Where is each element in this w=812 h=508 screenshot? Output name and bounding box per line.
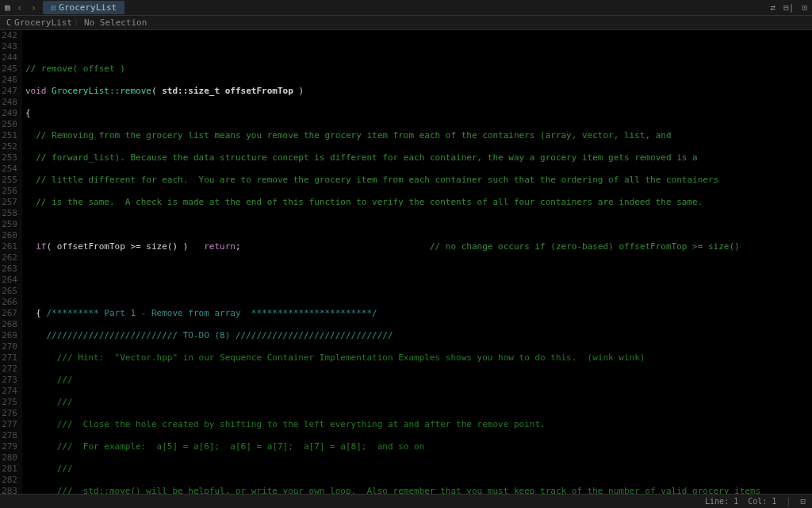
sidebar-toggle-icon[interactable]: ▦ [5,2,10,13]
line-number: 246 [0,75,17,86]
line-number: 270 [0,341,17,352]
line-number: 275 [0,397,17,408]
breadcrumb-selection: No Selection [84,17,147,28]
panel-icon[interactable]: ⊡ [800,496,806,506]
line-gutter: 2422432442452462472482492502512522532542… [0,30,22,494]
code-line [25,264,812,275]
line-number: 276 [0,408,17,419]
line-number: 264 [0,275,17,286]
code-line: /// Hint: "Vector.hpp" in our Sequence C… [25,352,812,364]
line-number: 251 [0,130,17,141]
code-line: /// [25,375,812,386]
line-number: 260 [0,230,17,241]
line-number: 258 [0,208,17,219]
line-number: 256 [0,186,17,197]
breadcrumb-file: GroceryList [14,17,72,28]
nav-forward-icon[interactable]: › [29,2,38,13]
code-line: // remove( offset ) [25,64,812,75]
swap-icon[interactable]: ⇄ [771,2,776,13]
line-number: 247 [0,86,17,97]
line-number: 242 [0,30,17,41]
line-number: 257 [0,197,17,208]
code-line [25,41,812,52]
code-line: /// For example: a[5] = a[6]; a[6] = a[7… [25,441,812,452]
line-number: 266 [0,297,17,308]
editor-area: 2422432442452462472482492502512522532542… [0,30,812,494]
line-number: 282 [0,475,17,486]
top-toolbar: ▦ ‹ › GroceryList ⇄ ⊟| ⊡ [0,0,812,16]
tab-label: GroceryList [59,2,117,13]
line-number: 267 [0,308,17,319]
status-col: Col: 1 [748,497,776,506]
line-number: 252 [0,141,17,152]
code-line: /// [25,397,812,408]
code-line: { [25,108,812,119]
status-bar: Line: 1 Col: 1 | ⊡ [0,494,812,508]
line-number: 249 [0,108,17,119]
breadcrumb[interactable]: C GroceryList 〉 No Selection [0,16,812,30]
line-number: 271 [0,352,17,364]
code-line: // Removing from the grocery list means … [25,130,812,141]
line-number: 261 [0,241,17,252]
status-divider: | [786,497,791,506]
line-number: 243 [0,41,17,52]
code-line: /// Close the hole created by shifting t… [25,419,812,430]
line-number: 279 [0,441,17,452]
code-line: // forward_list). Because the data struc… [25,152,812,164]
code-line: void GroceryList::remove( std::size_t of… [25,86,812,97]
line-number: 253 [0,152,17,164]
code-line: ///////////////////////// TO-DO (8) ////… [25,330,812,341]
status-line: Line: 1 [705,497,738,506]
code-line: { /********* Part 1 - Remove from array … [25,308,812,319]
line-number: 273 [0,375,17,386]
file-icon: C [6,18,11,27]
line-number: 281 [0,464,17,475]
code-line: /// [25,464,812,475]
line-number: 248 [0,97,17,108]
line-number: 283 [0,486,17,494]
assistant-icon[interactable]: ⊟| [783,2,794,13]
code-line [25,219,812,230]
code-line: /// std::move() will be helpful, or writ… [25,486,812,494]
line-number: 265 [0,286,17,297]
code-line: if( offsetFromTop >= size() ) return; //… [25,241,812,252]
line-number: 262 [0,252,17,264]
code-line: // is the same. A check is made at the e… [25,197,812,208]
line-number: 277 [0,419,17,430]
line-number: 254 [0,164,17,175]
line-number: 250 [0,119,17,130]
chevron-right-icon: 〉 [74,17,82,29]
line-number: 274 [0,386,17,397]
code-line [25,286,812,297]
library-icon[interactable]: ⊡ [802,2,807,13]
toolbar-left-group: ▦ ‹ › GroceryList [5,1,124,14]
line-number: 244 [0,52,17,64]
line-number: 255 [0,175,17,186]
line-number: 280 [0,452,17,464]
line-number: 268 [0,319,17,330]
line-number: 259 [0,219,17,230]
toolbar-right-group: ⇄ ⊟| ⊡ [771,2,808,13]
line-number: 245 [0,64,17,75]
tab-grocerylist[interactable]: GroceryList [43,1,124,14]
nav-back-icon[interactable]: ‹ [15,2,25,13]
line-number: 269 [0,330,17,341]
line-number: 263 [0,264,17,275]
line-number: 272 [0,364,17,375]
code-line: // little different for each. You are to… [25,175,812,186]
code-content[interactable]: // remove( offset ) void GroceryList::re… [22,30,812,494]
line-number: 278 [0,430,17,441]
